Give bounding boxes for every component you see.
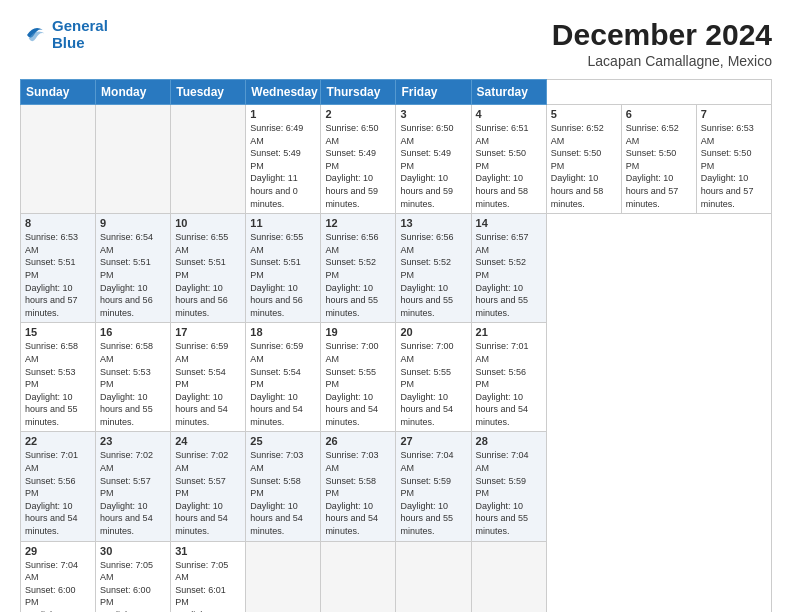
day-number: 8 (25, 217, 91, 229)
calendar-cell: 14 Sunrise: 6:57 AMSunset: 5:52 PMDaylig… (471, 214, 546, 323)
location: Lacapan Camallagne, Mexico (552, 53, 772, 69)
calendar-cell: 9 Sunrise: 6:54 AMSunset: 5:51 PMDayligh… (96, 214, 171, 323)
day-number: 4 (476, 108, 542, 120)
day-info: Sunrise: 7:00 AMSunset: 5:55 PMDaylight:… (400, 340, 466, 428)
day-info: Sunrise: 6:54 AMSunset: 5:51 PMDaylight:… (100, 231, 166, 319)
day-info: Sunrise: 6:53 AMSunset: 5:50 PMDaylight:… (701, 122, 767, 210)
day-info: Sunrise: 7:04 AMSunset: 5:59 PMDaylight:… (400, 449, 466, 537)
day-number: 11 (250, 217, 316, 229)
day-number: 27 (400, 435, 466, 447)
day-number: 13 (400, 217, 466, 229)
calendar-cell: 8 Sunrise: 6:53 AMSunset: 5:51 PMDayligh… (21, 214, 96, 323)
title-block: December 2024 Lacapan Camallagne, Mexico (552, 18, 772, 69)
header: General Blue December 2024 Lacapan Camal… (20, 18, 772, 69)
day-number: 28 (476, 435, 542, 447)
calendar-cell (246, 541, 321, 612)
calendar-cell: 1 Sunrise: 6:49 AMSunset: 5:49 PMDayligh… (246, 105, 321, 214)
day-info: Sunrise: 6:59 AMSunset: 5:54 PMDaylight:… (250, 340, 316, 428)
day-info: Sunrise: 6:56 AMSunset: 5:52 PMDaylight:… (400, 231, 466, 319)
day-info: Sunrise: 7:05 AMSunset: 6:01 PMDaylight:… (175, 559, 241, 612)
calendar-header-sunday: Sunday (21, 80, 96, 105)
day-info: Sunrise: 7:04 AMSunset: 6:00 PMDaylight:… (25, 559, 91, 612)
calendar-cell: 2 Sunrise: 6:50 AMSunset: 5:49 PMDayligh… (321, 105, 396, 214)
calendar-cell (171, 105, 246, 214)
calendar-cell: 10 Sunrise: 6:55 AMSunset: 5:51 PMDaylig… (171, 214, 246, 323)
calendar-cell: 31 Sunrise: 7:05 AMSunset: 6:01 PMDaylig… (171, 541, 246, 612)
calendar-cell: 4 Sunrise: 6:51 AMSunset: 5:50 PMDayligh… (471, 105, 546, 214)
day-info: Sunrise: 6:51 AMSunset: 5:50 PMDaylight:… (476, 122, 542, 210)
calendar-cell (21, 105, 96, 214)
day-number: 5 (551, 108, 617, 120)
calendar-table: SundayMondayTuesdayWednesdayThursdayFrid… (20, 79, 772, 612)
day-info: Sunrise: 7:03 AMSunset: 5:58 PMDaylight:… (325, 449, 391, 537)
calendar-cell: 20 Sunrise: 7:00 AMSunset: 5:55 PMDaylig… (396, 323, 471, 432)
calendar-cell: 28 Sunrise: 7:04 AMSunset: 5:59 PMDaylig… (471, 432, 546, 541)
day-number: 23 (100, 435, 166, 447)
calendar-cell: 17 Sunrise: 6:59 AMSunset: 5:54 PMDaylig… (171, 323, 246, 432)
day-info: Sunrise: 7:03 AMSunset: 5:58 PMDaylight:… (250, 449, 316, 537)
calendar-header-tuesday: Tuesday (171, 80, 246, 105)
day-number: 2 (325, 108, 391, 120)
calendar-cell (321, 541, 396, 612)
calendar-cell: 29 Sunrise: 7:04 AMSunset: 6:00 PMDaylig… (21, 541, 96, 612)
calendar-week-row: 15 Sunrise: 6:58 AMSunset: 5:53 PMDaylig… (21, 323, 772, 432)
calendar-cell: 18 Sunrise: 6:59 AMSunset: 5:54 PMDaylig… (246, 323, 321, 432)
calendar-cell: 6 Sunrise: 6:52 AMSunset: 5:50 PMDayligh… (621, 105, 696, 214)
day-number: 18 (250, 326, 316, 338)
day-number: 14 (476, 217, 542, 229)
calendar-cell: 22 Sunrise: 7:01 AMSunset: 5:56 PMDaylig… (21, 432, 96, 541)
calendar-cell: 30 Sunrise: 7:05 AMSunset: 6:00 PMDaylig… (96, 541, 171, 612)
calendar-cell (471, 541, 546, 612)
calendar-cell: 15 Sunrise: 6:58 AMSunset: 5:53 PMDaylig… (21, 323, 96, 432)
day-number: 25 (250, 435, 316, 447)
day-number: 17 (175, 326, 241, 338)
calendar-week-row: 1 Sunrise: 6:49 AMSunset: 5:49 PMDayligh… (21, 105, 772, 214)
calendar-header-row: SundayMondayTuesdayWednesdayThursdayFrid… (21, 80, 772, 105)
day-number: 22 (25, 435, 91, 447)
calendar-header-saturday: Saturday (471, 80, 546, 105)
day-number: 10 (175, 217, 241, 229)
day-number: 7 (701, 108, 767, 120)
calendar-cell: 3 Sunrise: 6:50 AMSunset: 5:49 PMDayligh… (396, 105, 471, 214)
logo-text: General Blue (52, 18, 108, 51)
day-number: 12 (325, 217, 391, 229)
day-number: 30 (100, 545, 166, 557)
logo-line2: Blue (52, 34, 85, 51)
day-number: 31 (175, 545, 241, 557)
day-number: 1 (250, 108, 316, 120)
calendar-cell: 27 Sunrise: 7:04 AMSunset: 5:59 PMDaylig… (396, 432, 471, 541)
calendar-cell: 24 Sunrise: 7:02 AMSunset: 5:57 PMDaylig… (171, 432, 246, 541)
day-info: Sunrise: 7:02 AMSunset: 5:57 PMDaylight:… (100, 449, 166, 537)
calendar-cell: 21 Sunrise: 7:01 AMSunset: 5:56 PMDaylig… (471, 323, 546, 432)
day-number: 24 (175, 435, 241, 447)
calendar-week-row: 8 Sunrise: 6:53 AMSunset: 5:51 PMDayligh… (21, 214, 772, 323)
day-info: Sunrise: 6:58 AMSunset: 5:53 PMDaylight:… (25, 340, 91, 428)
calendar-week-row: 22 Sunrise: 7:01 AMSunset: 5:56 PMDaylig… (21, 432, 772, 541)
day-info: Sunrise: 6:56 AMSunset: 5:52 PMDaylight:… (325, 231, 391, 319)
month-title: December 2024 (552, 18, 772, 51)
calendar-cell: 7 Sunrise: 6:53 AMSunset: 5:50 PMDayligh… (696, 105, 771, 214)
day-info: Sunrise: 6:53 AMSunset: 5:51 PMDaylight:… (25, 231, 91, 319)
day-info: Sunrise: 6:55 AMSunset: 5:51 PMDaylight:… (175, 231, 241, 319)
day-number: 21 (476, 326, 542, 338)
calendar-cell: 12 Sunrise: 6:56 AMSunset: 5:52 PMDaylig… (321, 214, 396, 323)
day-info: Sunrise: 6:50 AMSunset: 5:49 PMDaylight:… (325, 122, 391, 210)
calendar-cell: 16 Sunrise: 6:58 AMSunset: 5:53 PMDaylig… (96, 323, 171, 432)
day-info: Sunrise: 6:50 AMSunset: 5:49 PMDaylight:… (400, 122, 466, 210)
page: General Blue December 2024 Lacapan Camal… (0, 0, 792, 612)
day-info: Sunrise: 6:57 AMSunset: 5:52 PMDaylight:… (476, 231, 542, 319)
day-number: 19 (325, 326, 391, 338)
logo-line1: General (52, 17, 108, 34)
day-number: 16 (100, 326, 166, 338)
logo: General Blue (20, 18, 108, 51)
day-number: 20 (400, 326, 466, 338)
day-info: Sunrise: 6:52 AMSunset: 5:50 PMDaylight:… (626, 122, 692, 210)
logo-icon (20, 21, 48, 49)
day-info: Sunrise: 7:02 AMSunset: 5:57 PMDaylight:… (175, 449, 241, 537)
day-number: 26 (325, 435, 391, 447)
calendar-header-monday: Monday (96, 80, 171, 105)
day-info: Sunrise: 7:05 AMSunset: 6:00 PMDaylight:… (100, 559, 166, 612)
day-info: Sunrise: 6:55 AMSunset: 5:51 PMDaylight:… (250, 231, 316, 319)
day-info: Sunrise: 6:52 AMSunset: 5:50 PMDaylight:… (551, 122, 617, 210)
calendar-cell (396, 541, 471, 612)
